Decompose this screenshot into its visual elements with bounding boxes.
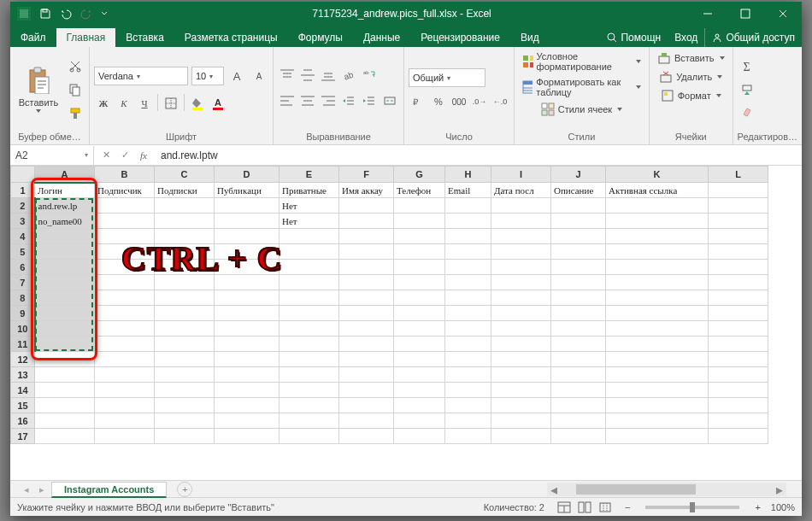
- cell[interactable]: Приватные: [279, 183, 339, 198]
- cell[interactable]: [445, 229, 491, 244]
- cell[interactable]: [491, 275, 551, 290]
- cell[interactable]: [551, 398, 606, 413]
- tab-formulas[interactable]: Формулы: [288, 28, 353, 47]
- cell[interactable]: [491, 260, 551, 275]
- cell[interactable]: [394, 352, 445, 367]
- cut-icon[interactable]: [66, 56, 85, 75]
- col-header-B[interactable]: B: [95, 167, 155, 183]
- cell[interactable]: [35, 383, 95, 398]
- font-size-combo[interactable]: 10▾: [191, 67, 224, 85]
- cell[interactable]: [394, 244, 445, 260]
- cell[interactable]: [339, 383, 394, 398]
- col-header-K[interactable]: K: [606, 167, 709, 183]
- cell[interactable]: [709, 183, 768, 198]
- zoom-slider[interactable]: [645, 506, 739, 509]
- align-middle-icon[interactable]: [298, 66, 317, 85]
- col-header-G[interactable]: G: [394, 167, 445, 183]
- decrease-decimal-icon[interactable]: ←.0: [491, 92, 509, 111]
- cell[interactable]: [155, 290, 215, 306]
- cell[interactable]: [95, 229, 155, 244]
- cell[interactable]: [606, 398, 709, 413]
- sheet-nav-prev[interactable]: ◂: [21, 484, 32, 495]
- format-as-table-button[interactable]: Форматировать как таблицу: [519, 75, 644, 99]
- cell[interactable]: [709, 244, 768, 260]
- cell[interactable]: [35, 229, 95, 244]
- delete-cells-button[interactable]: Удалить: [656, 68, 726, 85]
- cell[interactable]: Нет: [279, 198, 339, 214]
- row-header-5[interactable]: 5: [11, 244, 35, 260]
- cell[interactable]: [339, 214, 394, 229]
- cell[interactable]: [215, 413, 279, 429]
- align-top-icon[interactable]: [278, 66, 297, 85]
- cell[interactable]: Нет: [279, 214, 339, 229]
- cell[interactable]: [339, 260, 394, 275]
- cell[interactable]: [606, 214, 709, 229]
- scroll-right-icon[interactable]: ▸: [773, 482, 786, 498]
- share-button[interactable]: Общий доступ: [704, 28, 802, 47]
- cell[interactable]: [95, 383, 155, 398]
- row-header-8[interactable]: 8: [11, 290, 35, 306]
- cell[interactable]: [215, 290, 279, 306]
- cell[interactable]: [35, 352, 95, 367]
- cell[interactable]: [155, 244, 215, 260]
- enter-formula-icon[interactable]: ✓: [116, 147, 133, 164]
- zoom-level[interactable]: 100%: [771, 502, 795, 512]
- cell-styles-button[interactable]: Стили ячеек: [538, 101, 626, 118]
- cell[interactable]: Имя аккау: [339, 183, 394, 198]
- cell[interactable]: [491, 244, 551, 260]
- cell[interactable]: [215, 383, 279, 398]
- cell[interactable]: [215, 367, 279, 383]
- cell[interactable]: [551, 260, 606, 275]
- fill-icon[interactable]: [738, 80, 756, 99]
- cell[interactable]: [551, 198, 606, 214]
- name-box[interactable]: A2▾: [10, 146, 94, 165]
- fx-icon[interactable]: fx: [135, 147, 152, 164]
- cell[interactable]: [95, 429, 155, 444]
- cell[interactable]: [95, 413, 155, 429]
- add-sheet-button[interactable]: +: [177, 482, 192, 497]
- cell[interactable]: [339, 337, 394, 352]
- cell[interactable]: Email: [445, 183, 491, 198]
- cell[interactable]: [491, 229, 551, 244]
- orientation-icon[interactable]: ab: [339, 66, 358, 85]
- cell[interactable]: [551, 352, 606, 367]
- cell[interactable]: [445, 198, 491, 214]
- cell[interactable]: [606, 306, 709, 321]
- cell[interactable]: [394, 306, 445, 321]
- insert-cells-button[interactable]: Вставить: [654, 50, 728, 67]
- cell[interactable]: Подписчик: [95, 183, 155, 198]
- cell[interactable]: [606, 198, 709, 214]
- cell[interactable]: [551, 413, 606, 429]
- col-header-C[interactable]: C: [155, 167, 215, 183]
- cell[interactable]: [606, 321, 709, 337]
- cell[interactable]: [95, 275, 155, 290]
- view-normal-icon[interactable]: [555, 500, 574, 515]
- cell[interactable]: [709, 306, 768, 321]
- number-format-combo[interactable]: Общий▾: [409, 68, 485, 87]
- cell[interactable]: [215, 244, 279, 260]
- cell[interactable]: [491, 290, 551, 306]
- row-header-14[interactable]: 14: [11, 383, 35, 398]
- cell[interactable]: [445, 214, 491, 229]
- cell[interactable]: [95, 321, 155, 337]
- cell[interactable]: [35, 337, 95, 352]
- col-header-J[interactable]: J: [551, 167, 606, 183]
- cell[interactable]: [279, 290, 339, 306]
- cell[interactable]: [279, 244, 339, 260]
- cell[interactable]: [339, 198, 394, 214]
- cell[interactable]: [551, 290, 606, 306]
- wrap-text-icon[interactable]: ab: [360, 66, 379, 85]
- row-header-15[interactable]: 15: [11, 398, 35, 413]
- cell[interactable]: [394, 290, 445, 306]
- cell[interactable]: [394, 321, 445, 337]
- cell[interactable]: [551, 306, 606, 321]
- row-header-7[interactable]: 7: [11, 275, 35, 290]
- percent-icon[interactable]: %: [429, 92, 448, 111]
- cell[interactable]: [279, 306, 339, 321]
- cell[interactable]: [215, 198, 279, 214]
- hscrollbar[interactable]: ◂ ▸: [547, 483, 786, 496]
- increase-indent-icon[interactable]: [360, 91, 379, 110]
- cell[interactable]: [279, 229, 339, 244]
- cell[interactable]: [155, 260, 215, 275]
- view-pagelayout-icon[interactable]: [575, 500, 594, 515]
